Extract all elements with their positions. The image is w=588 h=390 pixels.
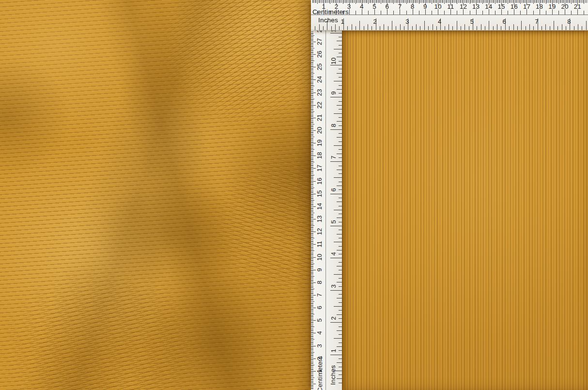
inch-eighth-tick: [489, 21, 489, 30]
cm-number: 23: [316, 89, 323, 95]
cm-mm-tick: [414, 0, 414, 3]
inch-eighth-tick: [334, 210, 342, 210]
cm-mm-tick: [311, 167, 313, 168]
cm-mm-tick: [311, 386, 313, 387]
cm-number: 19: [316, 140, 323, 146]
inch-eighth-tick: [440, 18, 441, 30]
inch-number: 5: [330, 220, 337, 223]
cm-mm-tick: [532, 0, 532, 3]
inch-eighth-tick: [347, 26, 348, 30]
cm-mm-tick: [311, 333, 316, 333]
inch-eighth-tick: [433, 24, 433, 30]
inch-eighth-tick: [339, 189, 342, 190]
cm-mm-tick: [311, 83, 313, 84]
inch-number: 7: [330, 156, 337, 159]
cm-mm-tick: [311, 159, 313, 160]
cm-mm-tick: [311, 69, 313, 70]
cm-number: 25: [316, 63, 323, 70]
cm-mm-tick: [311, 190, 313, 190]
inch-eighth-tick: [461, 26, 461, 30]
inch-eighth-tick: [557, 26, 558, 30]
inch-eighth-tick: [545, 24, 546, 30]
inch-eighth-tick: [445, 26, 445, 30]
cm-mm-tick: [331, 0, 332, 3]
cm-mm-tick: [311, 110, 313, 110]
cm-mm-tick: [311, 101, 313, 102]
cm-number: 17: [316, 165, 323, 172]
cm-mm-tick: [446, 0, 446, 3]
cm-mm-tick: [311, 267, 313, 267]
cm-number: 11: [316, 241, 323, 248]
cm-mm-tick: [311, 108, 313, 108]
cm-half-tick: [400, 9, 400, 15]
cm-mm-tick: [311, 252, 313, 252]
cm-mm-tick: [496, 0, 497, 3]
inch-eighth-tick: [339, 302, 342, 303]
cm-mm-tick: [311, 277, 313, 278]
cm-mm-tick: [461, 0, 461, 3]
cm-mm-tick: [311, 58, 313, 59]
cm-mm-tick: [311, 332, 313, 332]
cm-mm-tick: [311, 359, 313, 360]
cm-mm-tick: [311, 343, 313, 343]
cm-mm-tick: [311, 162, 314, 162]
cm-mm-tick: [334, 0, 334, 3]
inch-eighth-tick: [449, 24, 449, 30]
cm-mm-tick: [360, 0, 361, 3]
inch-eighth-tick: [337, 346, 342, 347]
cm-mm-tick: [311, 34, 313, 34]
inch-eighth-tick: [424, 21, 425, 30]
inch-eighth-tick: [396, 26, 396, 30]
cm-mm-tick: [311, 145, 313, 146]
cm-mm-tick: [311, 143, 316, 143]
cm-mm-tick: [311, 382, 313, 383]
cm-mm-tick: [524, 0, 525, 3]
cm-mm-tick: [311, 341, 313, 341]
cm-mm-tick: [364, 0, 365, 3]
cm-mm-tick: [311, 128, 313, 128]
cm-mm-tick: [311, 229, 313, 230]
cm-mm-tick: [311, 138, 313, 139]
cm-mm-tick: [440, 0, 441, 3]
cm-mm-tick: [316, 0, 316, 3]
cm-mm-tick: [311, 93, 316, 93]
cm-mm-tick: [493, 0, 493, 3]
cm-mm-tick: [321, 0, 322, 3]
cm-mm-tick: [311, 54, 316, 55]
cm-mm-tick: [311, 258, 313, 259]
horizontal-ruler-inches-label: Inches: [318, 17, 338, 24]
cm-mm-tick: [311, 344, 313, 345]
inch-eighth-tick: [339, 93, 342, 94]
cm-number: 15: [316, 190, 323, 197]
cm-mm-tick: [311, 301, 314, 302]
cm-mm-tick: [311, 133, 313, 133]
cm-mm-tick: [311, 268, 313, 269]
inch-eighth-tick: [538, 18, 538, 30]
cm-mm-tick: [386, 0, 387, 3]
cm-mm-tick: [311, 215, 313, 216]
cm-number: 20: [316, 127, 323, 134]
inch-eighth-tick: [330, 129, 342, 130]
cm-half-tick: [330, 11, 330, 15]
cm-mm-tick: [447, 0, 447, 3]
cm-mm-tick: [370, 0, 370, 3]
inch-eighth-tick: [337, 218, 342, 218]
inch-eighth-tick: [339, 374, 342, 375]
cm-mm-tick: [397, 0, 398, 3]
cm-mm-tick: [472, 0, 473, 3]
cm-mm-tick: [467, 0, 467, 3]
cm-mm-tick: [311, 89, 313, 89]
inch-eighth-tick: [356, 26, 356, 30]
inch-eighth-tick: [337, 202, 342, 202]
cm-mm-tick: [569, 0, 569, 3]
fabric-fold-shading: [0, 0, 311, 390]
cm-mm-tick: [401, 0, 402, 3]
cm-mm-tick: [311, 271, 313, 271]
cm-mm-tick: [311, 42, 316, 42]
inch-eighth-tick: [339, 350, 342, 351]
cm-mm-tick: [311, 342, 313, 343]
cm-half-tick: [381, 11, 381, 15]
cm-mm-tick: [424, 0, 424, 3]
cm-number: 2: [316, 357, 323, 360]
cm-mm-tick: [311, 286, 313, 287]
